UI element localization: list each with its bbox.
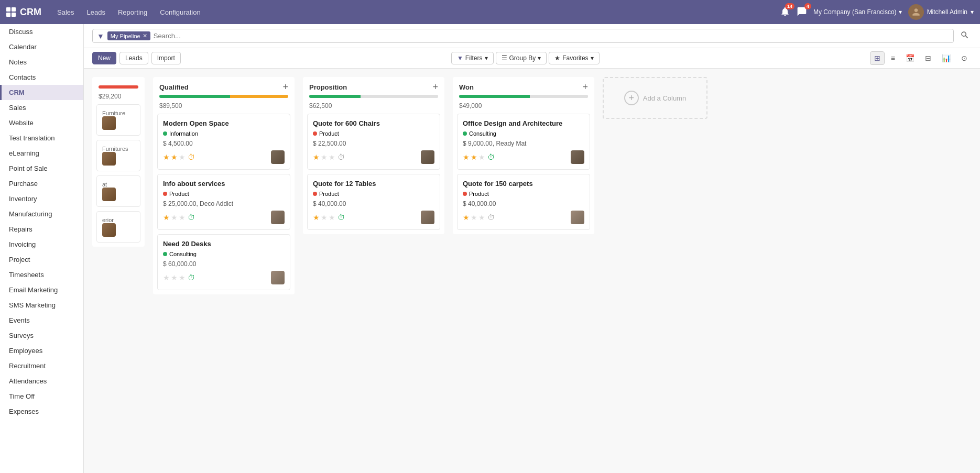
table-view-btn[interactable]: ⊟: [921, 51, 935, 65]
stars: ★ ★ ★: [313, 213, 335, 222]
card-title: Quote for 600 Chairs: [313, 119, 434, 127]
sidebar-item-contacts[interactable]: Contacts: [0, 70, 83, 85]
card-amount: $ 4,500.00: [163, 140, 285, 147]
star-2: ★: [321, 153, 328, 161]
partial-total: $29,200: [92, 93, 145, 104]
card-avatar: [102, 116, 116, 130]
card-title: Office Design and Architecture: [463, 119, 584, 127]
sidebar-item-purchase[interactable]: Purchase: [0, 176, 83, 191]
import-button[interactable]: Import: [151, 52, 181, 64]
stars: ★ ★ ★: [163, 273, 186, 282]
card-quote-600-chairs[interactable]: Quote for 600 Chairs Product $ 22,500.00…: [307, 114, 440, 170]
card-modern-open-space[interactable]: Modern Open Space Information $ 4,500.00…: [157, 114, 290, 170]
tag-dot: [463, 131, 467, 136]
card-quote-150-carpets[interactable]: Quote for 150 carpets Product $ 40,000.0…: [457, 174, 590, 230]
search-button[interactable]: [958, 28, 972, 43]
filters-button[interactable]: ▼ Filters ▾: [451, 52, 494, 64]
sidebar-item-notes[interactable]: Notes: [0, 54, 83, 70]
kanban-view-btn[interactable]: ⊞: [870, 51, 885, 65]
partial-column-header: [92, 77, 145, 85]
sidebar-item-discuss[interactable]: Discuss: [0, 24, 83, 39]
card-footer: ★ ★ ★ ⏱: [313, 150, 434, 164]
notifications-count: 14: [785, 3, 794, 9]
sidebar-item-timesheets[interactable]: Timesheets: [0, 267, 83, 282]
remove-tag-btn[interactable]: ✕: [143, 32, 147, 39]
star-1: ★: [313, 213, 320, 222]
app-title: CRM: [20, 7, 41, 18]
favorites-button[interactable]: ★ Favorites ▾: [549, 52, 599, 64]
notifications-btn[interactable]: 14: [780, 6, 790, 18]
search-input[interactable]: [154, 32, 949, 40]
sidebar-item-inventory[interactable]: Inventory: [0, 191, 83, 206]
search-tags-container[interactable]: ▼ My Pipeline ✕: [92, 29, 954, 43]
card-bottom: ★ ★ ★ ⏱: [163, 153, 195, 161]
sidebar-item-invoicing[interactable]: Invoicing: [0, 237, 83, 252]
sidebar-item-calendar[interactable]: Calendar: [0, 39, 83, 54]
sidebar-item-sales[interactable]: Sales: [0, 100, 83, 115]
card-title: Info about services: [163, 180, 285, 188]
sidebar-item-project[interactable]: Project: [0, 252, 83, 267]
sidebar-item-elearning[interactable]: eLearning: [0, 146, 83, 161]
qualified-header: Qualified +: [153, 77, 295, 95]
sidebar-item-website[interactable]: Website: [0, 115, 83, 130]
activity-view-btn[interactable]: ⊙: [957, 51, 972, 65]
group-by-button[interactable]: ☰ Group By ▾: [496, 52, 547, 64]
user-menu[interactable]: Mitchell Admin ▾: [908, 4, 974, 20]
star-1: ★: [163, 153, 170, 161]
card-avatar: [102, 223, 116, 237]
card-bottom: ★ ★ ★ ⏱: [313, 153, 345, 161]
nav-leads[interactable]: Leads: [82, 5, 111, 19]
partial-card-4[interactable]: erior: [96, 211, 140, 243]
search-tag-pipeline: My Pipeline ✕: [107, 31, 150, 40]
chart-view-btn[interactable]: 📊: [938, 51, 955, 65]
partial-card-1[interactable]: Furniture: [96, 104, 140, 136]
new-button[interactable]: New: [92, 52, 116, 64]
sidebar-item-surveys[interactable]: Surveys: [0, 328, 83, 343]
kanban-column-partial: $29,200 Furniture Furnitures at erior: [92, 77, 145, 247]
card-info-about-services[interactable]: Info about services Product $ 25,000.00,…: [157, 174, 290, 230]
qualified-add-btn[interactable]: +: [282, 82, 288, 92]
sidebar-item-crm[interactable]: CRM: [0, 85, 83, 100]
calendar-view-btn[interactable]: 📅: [901, 51, 919, 65]
tag-dot: [463, 192, 467, 196]
sidebar-item-test-translation[interactable]: Test translation: [0, 130, 83, 146]
star-2: ★: [171, 153, 178, 161]
sidebar-item-recruitment[interactable]: Recruitment: [0, 358, 83, 373]
partial-card-3[interactable]: at: [96, 175, 140, 207]
sidebar-item-sms-marketing[interactable]: SMS Marketing: [0, 298, 83, 313]
sidebar-item-attendances[interactable]: Attendances: [0, 373, 83, 389]
sidebar-item-point-of-sale[interactable]: Point of Sale: [0, 161, 83, 176]
won-add-btn[interactable]: +: [582, 82, 588, 92]
card-title: Quote for 150 carpets: [463, 180, 584, 188]
messages-btn[interactable]: 4: [797, 6, 807, 18]
card-office-design[interactable]: Office Design and Architecture Consultin…: [457, 114, 590, 170]
add-column-btn[interactable]: + Add a Column: [603, 77, 707, 119]
card-title: Need 20 Desks: [163, 240, 285, 248]
user-avatar: [908, 4, 924, 20]
company-selector[interactable]: My Company (San Francisco): [813, 8, 902, 16]
sidebar-item-expenses[interactable]: Expenses: [0, 404, 83, 419]
sidebar-item-manufacturing[interactable]: Manufacturing: [0, 206, 83, 222]
card-quote-12-tables[interactable]: Quote for 12 Tables Product $ 40,000.00 …: [307, 174, 440, 230]
sidebar-item-time-off[interactable]: Time Off: [0, 389, 83, 404]
toolbar: New Leads Import ▼ Filters ▾ ☰ Group By: [84, 48, 980, 69]
leads-button[interactable]: Leads: [119, 52, 148, 64]
nav-reporting[interactable]: Reporting: [113, 5, 153, 19]
toolbar-left: New Leads Import: [92, 52, 181, 64]
card-need-20-desks[interactable]: Need 20 Desks Consulting $ 60,000.00 ★ ★…: [157, 234, 290, 290]
card-avatar: [421, 150, 434, 164]
progress-green: [159, 95, 230, 98]
nav-sales[interactable]: Sales: [52, 5, 80, 19]
sidebar-item-email-marketing[interactable]: Email Marketing: [0, 282, 83, 298]
proposition-add-btn[interactable]: +: [432, 82, 438, 92]
sidebar-item-employees[interactable]: Employees: [0, 343, 83, 358]
card-avatar: [271, 150, 285, 164]
sidebar-item-repairs[interactable]: Repairs: [0, 222, 83, 237]
tag-dot: [313, 192, 317, 196]
app-logo[interactable]: CRM: [6, 7, 41, 18]
list-view-btn[interactable]: ≡: [887, 51, 899, 65]
nav-configuration[interactable]: Configuration: [155, 5, 205, 19]
sidebar-item-events[interactable]: Events: [0, 313, 83, 328]
progress-green: [309, 95, 361, 98]
partial-card-2[interactable]: Furnitures: [96, 140, 140, 171]
